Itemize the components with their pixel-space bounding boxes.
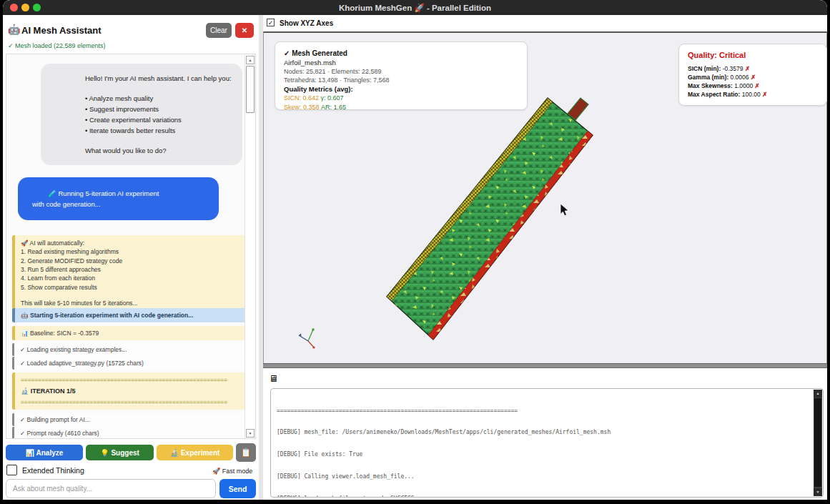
- iteration-separator: ========================================…: [21, 376, 242, 385]
- clipboard-button[interactable]: 📋: [236, 443, 256, 462]
- iteration-title: 🔬 ITERATION 1/5: [21, 385, 242, 398]
- user-message-line1: 🧪 Running 5-iteration AI experiment: [32, 188, 204, 199]
- mesh-slab: [387, 98, 593, 340]
- mesh-loaded-status: ✓ Mesh loaded (22,589 elements): [8, 42, 106, 49]
- status-loading: ✓ Loading existing strategy examples...: [12, 343, 248, 356]
- extended-thinking-checkbox[interactable]: [6, 465, 17, 475]
- welcome-bullet: • Create experimental variations: [85, 114, 232, 125]
- auto-plan-line: 2. Generate MODIFIED strategy code: [21, 257, 242, 265]
- mesh-generated-title: ✓ Mesh Generated: [284, 49, 518, 59]
- quality-title: Quality: Critical: [688, 50, 818, 61]
- scroll-up-icon[interactable]: ▲: [246, 56, 255, 64]
- console-scroll-up-icon[interactable]: ▲: [814, 390, 822, 397]
- console-scrollbar-thumb[interactable]: [814, 398, 821, 487]
- iteration-separator: ========================================…: [21, 398, 242, 407]
- viewer-panel: ✓ Show XYZ Axes: [263, 15, 827, 500]
- status-prompt-ready: ✓ Prompt ready (4610 chars): [12, 427, 248, 439]
- quality-row: Max Skewness: 1.0000 ✗: [688, 81, 818, 90]
- metric-skew: Skew: 0.358: [284, 104, 320, 111]
- title-bar: Khorium MeshGen 🚀 - Parallel Edition: [3, 0, 827, 15]
- chat-input[interactable]: [6, 479, 216, 498]
- send-button[interactable]: Send: [219, 479, 256, 498]
- debug-console-log: ========================================…: [277, 392, 806, 498]
- welcome-outro: What would you like to do?: [85, 145, 232, 156]
- metric-gamma: γ: 0.607: [321, 94, 344, 102]
- console-scrollbar[interactable]: ▲ ▼: [814, 390, 822, 496]
- user-message-line2: with code generation...: [32, 199, 204, 209]
- quality-row: Gamma (min): 0.0006 ✗: [688, 73, 818, 81]
- robot-icon: 🤖: [8, 24, 20, 35]
- chat-scrollbar[interactable]: ▲ ▼: [244, 55, 255, 438]
- auto-plan-line: 1. Read existing meshing algorithms: [21, 247, 242, 256]
- chat-area: Hello! I'm your AI mesh assistant. I can…: [6, 54, 256, 439]
- quality-report-overlay: Quality: Critical SICN (min): -0.3579 ✗ …: [678, 44, 827, 106]
- status-baseline: 📊 Baseline: SICN = -0.3579: [12, 326, 248, 340]
- status-building: ✓ Building prompt for AI...: [12, 413, 248, 426]
- window-title: Khorium MeshGen 🚀 - Parallel Edition: [3, 3, 827, 13]
- close-button[interactable]: ✕: [235, 23, 254, 38]
- axes-toggle-row: ✓ Show XYZ Axes: [263, 15, 827, 31]
- fast-mode-label: 🚀 Fast mode: [212, 468, 252, 475]
- console-scroll-down-icon[interactable]: ▼: [814, 488, 822, 496]
- welcome-intro: Hello! I'm your AI mesh assistant. I can…: [85, 73, 232, 84]
- quality-row: SICN (min): -0.3579 ✗: [688, 64, 818, 73]
- fail-mark-icon: ✗: [762, 91, 767, 98]
- iteration-banner: ========================================…: [12, 372, 248, 410]
- panel-title: AI Mesh Assistant: [21, 25, 102, 36]
- auto-plan-note: 🚀 AI will automatically: 1. Read existin…: [12, 235, 248, 311]
- experiment-button[interactable]: 🔬 Experiment: [157, 445, 233, 460]
- show-axes-checkbox[interactable]: ✓: [267, 19, 275, 26]
- mesh-nodes-elements: Nodes: 25,821 · Elements: 22,589: [284, 67, 518, 76]
- auto-plan-line: 4. Learn from each iteration: [21, 274, 242, 282]
- mouse-cursor-icon: [560, 204, 568, 216]
- status-starting: 🤖 Starting 5-iteration experiment with A…: [12, 308, 248, 322]
- app-window: Khorium MeshGen 🚀 - Parallel Edition 🤖 A…: [3, 0, 827, 500]
- auto-plan-line: 3. Run 5 different approaches: [21, 265, 242, 274]
- suggest-button[interactable]: 💡 Suggest: [86, 445, 154, 460]
- metric-ar: AR: 1.65: [321, 104, 346, 111]
- quality-metrics-header: Quality Metrics (avg):: [284, 85, 518, 94]
- viewport-console-splitter[interactable]: [263, 363, 827, 368]
- mesh-info-overlay: ✓ Mesh Generated Airfoil_mesh.msh Nodes:…: [275, 41, 528, 110]
- welcome-bullet: • Iterate towards better results: [85, 125, 232, 136]
- auto-plan-line: [21, 292, 242, 299]
- mesh-tets-tris: Tetrahedra: 13,498 · Triangles: 7,568: [284, 76, 518, 84]
- welcome-bullet: • Analyze mesh quality: [85, 93, 232, 104]
- xyz-axes-widget: [299, 329, 315, 349]
- show-axes-label: Show XYZ Axes: [280, 19, 333, 27]
- scroll-down-icon[interactable]: ▼: [246, 429, 255, 438]
- fail-mark-icon: ✗: [751, 74, 756, 81]
- auto-plan-line: This will take 5-10 minutes for 5 iterat…: [21, 299, 242, 307]
- clear-button[interactable]: Clear: [206, 23, 232, 38]
- ai-assistant-panel: 🤖 AI Mesh Assistant Clear ✕ ✓ Mesh loade…: [3, 15, 259, 500]
- fail-mark-icon: ✗: [745, 65, 750, 72]
- debug-console[interactable]: ========================================…: [270, 388, 824, 498]
- mesh-filename: Airfoil_mesh.msh: [284, 59, 518, 68]
- analyze-button[interactable]: 📊 Analyze: [6, 445, 83, 460]
- auto-plan-line: 5. Show comparative results: [21, 283, 242, 292]
- welcome-bullet: • Suggest improvements: [85, 104, 232, 114]
- fail-mark-icon: ✗: [755, 82, 760, 89]
- user-message-bubble: 🧪 Running 5-iteration AI experiment with…: [18, 177, 219, 220]
- monitor-icon: 🖥: [269, 373, 278, 384]
- extended-thinking-label: Extended Thinking: [22, 466, 84, 475]
- assistant-message-bubble: Hello! I'm your AI mesh assistant. I can…: [41, 64, 242, 165]
- mesh-viewport[interactable]: ✓ Mesh Generated Airfoil_mesh.msh Nodes:…: [263, 31, 827, 363]
- quality-row: Max Aspect Ratio: 100.00 ✗: [688, 90, 818, 99]
- metric-sicn: SICN: 0.642: [284, 94, 319, 102]
- auto-plan-line: 🚀 AI will automatically:: [21, 239, 242, 247]
- chat-scrollbar-thumb[interactable]: [246, 66, 255, 113]
- status-loaded: ✓ Loaded adaptive_strategy.py (15725 cha…: [12, 357, 248, 370]
